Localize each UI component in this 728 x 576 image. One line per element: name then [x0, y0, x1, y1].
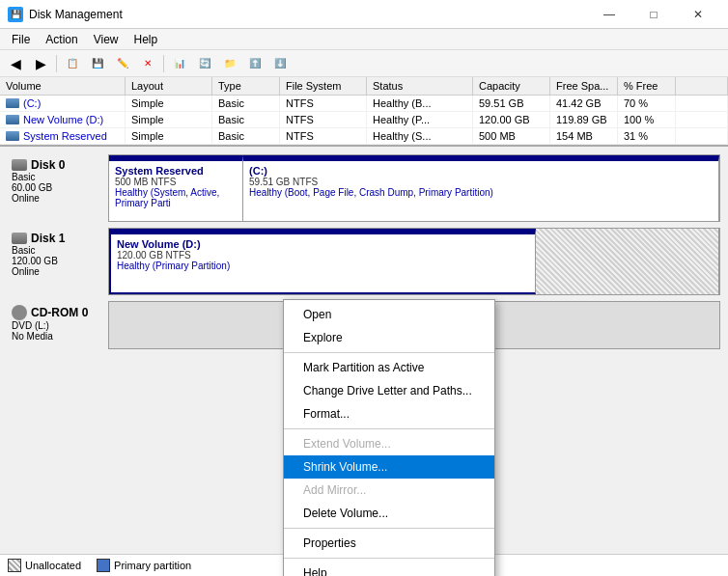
disk-0-status: Online: [12, 193, 100, 204]
toolbar-btn-1[interactable]: 📋: [61, 53, 84, 74]
disk-1-name: Disk 1: [31, 232, 65, 245]
context-menu-item[interactable]: Open: [284, 303, 494, 326]
toolbar-forward[interactable]: ▶: [29, 53, 52, 74]
disk-0-name: Disk 0: [31, 158, 65, 172]
toolbar-btn-5[interactable]: 📊: [168, 53, 191, 74]
td-free-sr: 154 MB: [550, 128, 618, 144]
minimize-button[interactable]: —: [587, 0, 631, 29]
toolbar-back[interactable]: ◀: [4, 53, 27, 74]
td-fs-sr: NTFS: [280, 128, 367, 144]
th-volume[interactable]: Volume: [0, 77, 126, 95]
disk-icon: [6, 115, 19, 124]
disk-1-partitions: New Volume (D:) 120.00 GB NTFS Healthy (…: [108, 228, 720, 295]
partition-title: (C:): [249, 165, 713, 177]
td-status-c: Healthy (B...: [367, 96, 473, 111]
menu-view[interactable]: View: [86, 31, 126, 48]
maximize-button[interactable]: □: [631, 0, 676, 29]
legend-primary-box: [97, 559, 110, 572]
toolbar-btn-6[interactable]: 🔄: [193, 53, 216, 74]
context-menu-item: Add Mirror...: [284, 479, 494, 502]
menu-action[interactable]: Action: [38, 31, 85, 48]
partition-sys-reserved[interactable]: System Reserved 500 MB NTFS Healthy (Sys…: [109, 155, 243, 221]
context-menu-separator: [284, 558, 494, 559]
toolbar-sep-1: [56, 55, 57, 72]
disk-1-label: Disk 1 Basic 120.00 GB Online: [8, 228, 104, 295]
title-bar: 💾 Disk Management — □ ✕: [0, 0, 728, 29]
th-layout[interactable]: Layout: [126, 77, 212, 95]
toolbar-btn-8[interactable]: ⬆️: [243, 53, 266, 74]
partition-title: System Reserved: [115, 165, 237, 177]
td-fs-c: NTFS: [280, 96, 367, 111]
partition-d[interactable]: New Volume (D:) 120.00 GB NTFS Healthy (…: [109, 229, 536, 294]
td-extra-c: [676, 96, 728, 111]
th-percentfree[interactable]: % Free: [618, 77, 676, 95]
td-status-sr: Healthy (S...: [367, 128, 473, 144]
context-menu[interactable]: OpenExploreMark Partition as ActiveChang…: [283, 299, 495, 576]
th-type[interactable]: Type: [212, 77, 280, 95]
th-capacity[interactable]: Capacity: [473, 77, 550, 95]
td-extra-d: [676, 112, 728, 127]
close-button[interactable]: ✕: [676, 0, 720, 29]
context-menu-item[interactable]: Change Drive Letter and Paths...: [284, 379, 494, 402]
toolbar-btn-9[interactable]: ⬇️: [268, 53, 292, 74]
toolbar-btn-7[interactable]: 📁: [218, 53, 241, 74]
disk-0-size: 60.00 GB: [12, 182, 100, 193]
context-menu-item[interactable]: Explore: [284, 326, 494, 349]
context-menu-item[interactable]: Properties: [284, 532, 494, 555]
volume-table: Volume Layout Type File System Status Ca…: [0, 77, 728, 147]
partition-sub: 59.51 GB NTFS: [249, 177, 713, 187]
legend-unalloc-box: [8, 559, 21, 572]
table-row[interactable]: (C:) Simple Basic NTFS Healthy (B... 59.…: [0, 96, 728, 112]
cdrom-label: CD-ROM 0 DVD (L:) No Media: [8, 301, 104, 349]
td-extra-sr: [676, 128, 728, 144]
td-layout-sr: Simple: [126, 128, 212, 144]
td-volume-c: (C:): [0, 96, 126, 111]
context-menu-separator: [284, 352, 494, 353]
td-status-d: Healthy (P...: [367, 112, 473, 127]
disk-1-size: 120.00 GB: [12, 256, 100, 266]
th-fs[interactable]: File System: [280, 77, 367, 95]
context-menu-item[interactable]: Help: [284, 562, 494, 576]
partition-unallocated[interactable]: [536, 229, 719, 294]
toolbar-btn-3[interactable]: ✏️: [111, 53, 134, 74]
context-menu-separator: [284, 528, 494, 529]
context-menu-item[interactable]: Mark Partition as Active: [284, 356, 494, 379]
toolbar-btn-2[interactable]: 💾: [86, 53, 109, 74]
disk-1-row: Disk 1 Basic 120.00 GB Online New Volume…: [8, 228, 720, 295]
disk-0-row: Disk 0 Basic 60.00 GB Online System Rese…: [8, 154, 720, 222]
menu-help[interactable]: Help: [126, 31, 166, 48]
td-capacity-c: 59.51 GB: [473, 96, 550, 111]
td-volume-d: New Volume (D:): [0, 112, 126, 127]
disk-icon: [6, 98, 19, 108]
partition-title: New Volume (D:): [117, 238, 529, 250]
partition-c[interactable]: (C:) 59.51 GB NTFS Healthy (Boot, Page F…: [243, 155, 719, 221]
partition-status: Healthy (System, Active, Primary Parti: [115, 187, 237, 208]
th-freespace[interactable]: Free Spa...: [550, 77, 618, 95]
menu-bar: File Action View Help: [0, 29, 728, 50]
td-capacity-d: 120.00 GB: [473, 112, 550, 127]
th-status[interactable]: Status: [367, 77, 473, 95]
td-free-c: 41.42 GB: [550, 96, 618, 111]
table-row[interactable]: System Reserved Simple Basic NTFS Health…: [0, 128, 728, 145]
td-capacity-sr: 500 MB: [473, 128, 550, 144]
td-fs-d: NTFS: [280, 112, 367, 127]
toolbar-btn-4[interactable]: ✕: [136, 53, 159, 74]
td-pct-c: 70 %: [618, 96, 676, 111]
cdrom-name: CD-ROM 0: [31, 306, 88, 319]
disk-icon: [6, 131, 19, 141]
disk-0-label: Disk 0 Basic 60.00 GB Online: [8, 154, 104, 222]
partition-sub: 120.00 GB NTFS: [117, 250, 529, 261]
legend-primary-label: Primary partition: [114, 560, 191, 571]
app-icon: 💾: [8, 7, 23, 22]
table-row[interactable]: New Volume (D:) Simple Basic NTFS Health…: [0, 112, 728, 128]
td-layout-c: Simple: [126, 96, 212, 111]
context-menu-item[interactable]: Format...: [284, 402, 494, 425]
disk-1-icon: [12, 233, 27, 244]
menu-file[interactable]: File: [4, 31, 38, 48]
context-menu-item[interactable]: Shrink Volume...: [284, 455, 494, 479]
td-type-c: Basic: [212, 96, 280, 111]
context-menu-item[interactable]: Delete Volume...: [284, 502, 494, 525]
disk-0-icon: [12, 159, 27, 171]
legend-unallocated: Unallocated: [8, 559, 81, 572]
cdrom-icon: [12, 305, 27, 320]
